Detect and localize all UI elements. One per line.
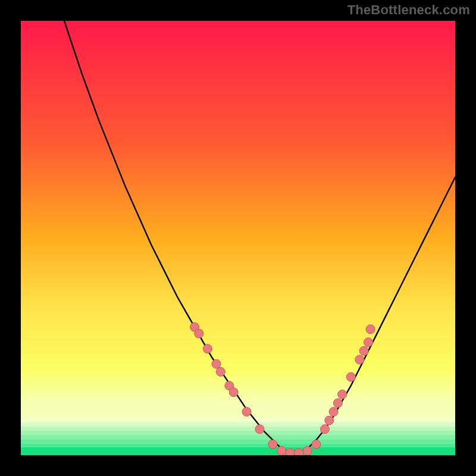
data-dot	[321, 425, 330, 434]
data-dot	[364, 338, 373, 347]
data-dot	[303, 446, 312, 455]
data-dot	[359, 346, 368, 355]
bottleneck-chart	[21, 21, 455, 455]
data-dot	[242, 408, 251, 416]
data-dot	[312, 440, 321, 449]
data-dot	[295, 449, 303, 455]
data-dot	[255, 425, 264, 434]
data-dot	[212, 359, 221, 368]
data-dot	[333, 399, 342, 408]
data-dot	[195, 329, 203, 338]
data-dot	[366, 325, 375, 334]
chart-frame: TheBottleneck.com	[0, 0, 476, 476]
data-dot	[203, 345, 212, 353]
data-dot	[216, 367, 225, 376]
data-dot	[286, 449, 295, 455]
data-dot	[355, 355, 364, 364]
data-dot	[329, 408, 338, 416]
green-baseline	[21, 447, 455, 455]
data-dot	[268, 440, 277, 449]
data-dot	[277, 446, 286, 455]
plot-area	[21, 21, 455, 455]
data-dot	[229, 388, 238, 397]
data-dot	[338, 390, 347, 399]
bottom-green-bands	[21, 418, 455, 455]
watermark-text: TheBottleneck.com	[347, 2, 470, 18]
data-dot	[346, 372, 355, 381]
data-dot	[325, 416, 334, 425]
